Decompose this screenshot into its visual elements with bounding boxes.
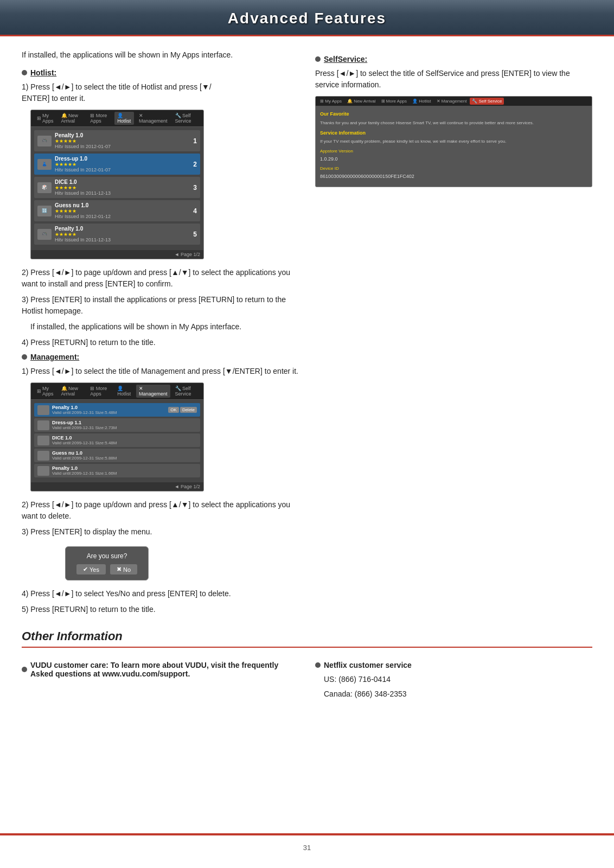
mgmt-info-5: Penalty 1.0 Valid until:2099-12-31 Size:… [52, 465, 197, 476]
mgmt-app-3: DICE 1.0 Valid until:2099-12-31 Size:5.4… [34, 433, 200, 447]
mgmt-info-4: Guess nu 1.0 Valid until:2099-12-31 Size… [52, 450, 197, 461]
mgmt-step-4: 4) Press [◄/►] to select Yes/No and pres… [22, 588, 299, 599]
ss-nav-moreapps: ⊞ More Apps [379, 98, 409, 105]
app-thumb-4: 🔢 [37, 206, 52, 216]
ss-nav-myapps: ⊞ My Apps [318, 98, 344, 105]
management-screenshot: ⊞ My Apps 🔔 New Arrival ⊞ More Apps 👤 Ho… [30, 382, 204, 492]
app-info-2: Dress-up 1.0 ★★★★★ Hitv Issued In 2012-0… [55, 156, 190, 173]
netflix-bullet [315, 662, 321, 668]
app-info-3: DICE 1.0 ★★★★★ Hitv Issued In 2011-12-13 [55, 179, 190, 196]
ss-nav-hotlist: 👤 Hotlist [410, 98, 433, 105]
ss-deviceid-label: Device ID [320, 165, 587, 172]
hotlist-step-3: 3) Press [ENTER] to install the applicat… [22, 294, 299, 317]
ss-serviceinfo-body: If your TV meet quality problem, please … [320, 138, 587, 145]
app-info-4: Guess nu 1.0 ★★★★★ Hitv Issued In 2012-0… [55, 202, 190, 219]
check-icon: ✔ [83, 566, 88, 573]
ss-serviceinfo-title: Service Information [320, 130, 587, 137]
mgmt-content: Penalty 1.0 Valid until:2099-12-31 Size:… [31, 400, 203, 482]
app-thumb-5: 🎮 [37, 229, 52, 240]
ss-ourfav-body: Thanks for you and your family choose Hi… [320, 120, 587, 126]
confirm-buttons: ✔ Yes ✖ No [76, 564, 137, 575]
mgmt-step-1: 1) Press [◄/►] to select the title of Ma… [22, 366, 299, 377]
management-bullet [22, 354, 27, 360]
app-thumb-3: 🎲 [37, 182, 52, 193]
hotlist-app-5: 🎮 Penalty 1.0 ★★★★★ Hitv Issued In 2011-… [34, 224, 200, 245]
selfservice-heading: SelfService: [315, 55, 592, 63]
selfservice-label: SelfService: [324, 55, 367, 63]
ss-deviceid-value: 86100300900000060000000150FE1FC402 [320, 173, 587, 181]
app-info-5: Penalty 1.0 ★★★★★ Hitv Issued In 2011-12… [55, 226, 190, 242]
hotlist-screenshot: ⊞ My Apps 🔔 New Arrival ⊞ More Apps 👤 Ho… [30, 110, 204, 259]
mgmt-nav-management: ✕ Management [136, 385, 170, 398]
ss-appstore-label: Appstore Version [320, 148, 587, 155]
netflix-us: US: (866) 716-0414 [315, 674, 592, 685]
other-info-title: Other Information [22, 629, 123, 643]
hotlist-app-2: 👗 Dress-up 1.0 ★★★★★ Hitv Issued In 2012… [34, 154, 200, 175]
hotlist-app-4: 🔢 Guess nu 1.0 ★★★★★ Hitv Issued In 2012… [34, 200, 200, 221]
hotlist-app-3: 🎲 DICE 1.0 ★★★★★ Hitv Issued In 2011-12-… [34, 177, 200, 198]
nav-newarrival: 🔔 New Arrival [59, 112, 86, 125]
app-info-1: Penalty 1.0 ★★★★★ Hitv Issued In 2012-01… [55, 132, 190, 149]
mgmt-nav-bar: ⊞ My Apps 🔔 New Arrival ⊞ More Apps 👤 Ho… [31, 383, 203, 400]
intro-text: If installed, the applications will be s… [22, 49, 299, 61]
confirm-dialog: Are you sure? ✔ Yes ✖ No [65, 546, 149, 580]
yes-label: Yes [89, 566, 99, 573]
mgmt-app-2: Dress-up 1.1 Valid until:2099-12-31 Size… [34, 418, 200, 432]
confirm-text: Are you sure? [76, 552, 137, 560]
hotlist-nav-bar: ⊞ My Apps 🔔 New Arrival ⊞ More Apps 👤 Ho… [31, 110, 203, 127]
hotlist-step-1: 1) Press [◄/►] to select the title of Ho… [22, 81, 299, 104]
hotlist-installed-note: If installed, the applications will be s… [22, 321, 299, 333]
mgmt-nav-newarrival: 🔔 New Arrival [59, 385, 86, 398]
right-column: SelfService: Press [◄/►] to select the t… [315, 49, 592, 618]
mgmt-nav-moreapps: ⊞ More Apps [87, 385, 112, 398]
confirm-no-btn[interactable]: ✖ No [110, 564, 137, 575]
app-thumb-1: 🎮 [37, 136, 52, 146]
mgmt-thumb-2 [37, 420, 49, 430]
mgmt-thumb-1 [37, 405, 49, 415]
hotlist-page: ◄ Page 1/2 [31, 250, 203, 259]
mgmt-step-2: 2) Press [◄/►] to page up/down and press… [22, 499, 299, 522]
hotlist-heading: Hotlist: [22, 68, 299, 77]
hotlist-bullet [22, 70, 27, 75]
vudu-bullet [22, 667, 27, 672]
ss-nav-selfservice: 🔧 Self Service [470, 98, 504, 105]
nav-management: ✕ Management [136, 112, 170, 125]
x-icon: ✖ [117, 566, 121, 573]
page-number: 31 [0, 844, 614, 852]
bottom-line [0, 833, 614, 835]
other-info-section: Other Information VUDU customer care: To… [0, 629, 614, 703]
other-info-content: VUDU customer care: To learn more about … [22, 655, 592, 703]
nav-moreapps: ⊞ More Apps [87, 112, 112, 125]
other-info-left: VUDU customer care: To learn more about … [22, 655, 299, 703]
mgmt-info-1: Penalty 1.0 Valid until:2099-12-31 Size:… [52, 405, 168, 415]
mgmt-thumb-3 [37, 436, 49, 445]
netflix-heading: Netflix customer service [315, 661, 592, 669]
vudu-text: VUDU customer care: To learn more about … [30, 661, 299, 678]
hotlist-app-1: 🎮 Penalty 1.0 ★★★★★ Hitv Issued In 2012-… [34, 130, 200, 151]
mgmt-nav-hotlist: 👤 Hotlist [114, 385, 134, 398]
mgmt-app-5: Penalty 1.0 Valid until:2099-12-31 Size:… [34, 464, 200, 477]
vudu-label: VUDU customer care: [30, 661, 108, 669]
nav-myapps: ⊞ My Apps [34, 112, 56, 125]
mgmt-step-3: 3) Press [ENTER] to display the menu. [22, 526, 299, 538]
nav-selfservice: 🔧 Self Service [172, 112, 200, 125]
netflix-label: Netflix customer service [324, 661, 412, 669]
ss-ourfav-title: Our Favorite [320, 111, 587, 118]
mgmt-info-3: DICE 1.0 Valid until:2099-12-31 Size:5.4… [52, 435, 197, 445]
management-label: Management: [30, 353, 79, 361]
mgmt-app-4: Guess nu 1.0 Valid until:2099-12-31 Size… [34, 449, 200, 462]
vudu-heading: VUDU customer care: To learn more about … [22, 661, 299, 678]
main-content: If installed, the applications will be s… [0, 49, 614, 618]
mgmt-nav-selfservice: 🔧 Self Service [172, 385, 200, 398]
hotlist-step-2: 2) Press [◄/►] to page up/down and press… [22, 267, 299, 290]
ss-nav-management: ✕ Management [434, 98, 469, 105]
netflix-canada: Canada: (866) 348-2353 [315, 688, 592, 700]
other-info-heading: Other Information [22, 629, 592, 648]
page-title: Advanced Features [0, 10, 614, 27]
mgmt-thumb-5 [37, 466, 49, 476]
ss-content: Our Favorite Thanks for you and your fam… [316, 106, 592, 187]
no-label: No [123, 566, 131, 573]
hotlist-content: 🎮 Penalty 1.0 ★★★★★ Hitv Issued In 2012-… [31, 127, 203, 250]
ss-appstore-value: 1.0.29.0 [320, 156, 587, 163]
confirm-yes-btn[interactable]: ✔ Yes [76, 564, 106, 575]
